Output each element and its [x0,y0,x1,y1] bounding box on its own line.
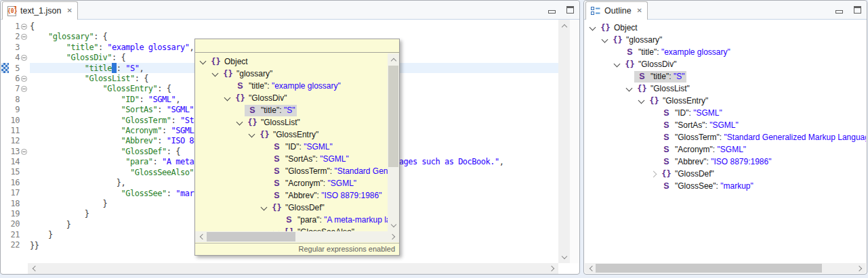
maximize-button[interactable] [566,6,574,14]
line-number: 10 [9,116,20,126]
fold-collapse-icon[interactable] [20,84,30,94]
scroll-down-icon[interactable] [388,221,398,231]
scroll-left-icon[interactable] [28,263,39,273]
maximize-button[interactable] [854,6,861,14]
fold-collapse-icon[interactable] [20,32,30,42]
scrollbar-thumb[interactable] [596,264,822,273]
tree-row[interactable]: S"GlossTerm": "Standard Generalized Mark… [199,165,388,177]
tree-label: "GlossDef" [285,203,325,212]
close-icon[interactable]: ✕ [65,7,72,14]
tree-row[interactable]: S"SortAs": "SGML" [199,153,388,165]
scroll-up-icon[interactable] [388,54,398,64]
tree-row[interactable]: S"title": "S" [588,70,866,83]
scroll-down-icon[interactable] [559,252,569,262]
scrollbar-thumb[interactable] [207,232,295,241]
tree-row[interactable]: S"Acronym": "SGML" [588,143,866,156]
scroll-right-icon[interactable] [388,231,398,241]
chevron-spacer [649,133,659,142]
scroll-left-icon[interactable] [585,263,596,273]
scroll-right-icon[interactable] [547,263,558,273]
line-number: 14 [9,157,20,167]
annotation-ruler[interactable] [1,20,9,263]
chevron-down-icon[interactable] [199,57,208,66]
chevron-down-icon[interactable] [223,93,232,103]
code-line[interactable]: { [30,22,503,32]
popup-vertical-scrollbar[interactable] [388,53,399,231]
tree-row[interactable]: {}"GlossEntry" [199,129,388,141]
fold-collapse-icon[interactable] [20,147,30,157]
tree-row[interactable]: S"ID": "SGML" [588,107,866,119]
tree-label: "Abbrev": "ISO 8879:1986" [285,191,381,200]
tree-label: "para": "A meta-markup language, used to… [297,215,388,225]
tree-row[interactable]: S"title": "S" [199,104,388,116]
tree-row[interactable]: S"GlossTerm": "Standard Generalized Mark… [588,131,866,143]
chevron-down-icon[interactable] [235,118,245,127]
tree-label: "GlossDef" [675,169,714,179]
overview-ruler[interactable] [570,20,579,263]
editor-vertical-scrollbar[interactable] [558,20,570,263]
fold-collapse-icon[interactable] [20,74,30,84]
close-icon[interactable]: ✕ [636,7,642,14]
string-icon: S [271,179,283,188]
string-icon: S [234,81,246,91]
tree-row[interactable]: S"ID": "SGML" [199,141,388,153]
editor-horizontal-scrollbar[interactable] [28,263,558,274]
chevron-right-icon[interactable] [649,169,659,179]
tree-label: "GlossList" [650,84,690,93]
chevron-down-icon[interactable] [625,84,634,93]
tree-row[interactable]: S"title": "example glossary" [199,80,388,92]
line-number: 3 [9,43,20,53]
scrollbar-thumb[interactable] [388,66,398,167]
scroll-up-icon[interactable] [559,20,569,30]
chevron-down-icon[interactable] [247,130,257,139]
tree-row[interactable]: S"title": "example glossary" [588,46,866,58]
tree-row[interactable]: {}"GlossDef" [199,202,388,214]
chevron-down-icon[interactable] [211,69,220,78]
scroll-right-icon[interactable] [855,263,865,273]
tree-row[interactable]: {}Object [588,22,866,34]
tree-row[interactable]: S"Abbrev": "ISO 8879:1986" [199,189,388,202]
line-number: 9 [9,105,20,115]
tree-row[interactable]: {}"glossary" [199,68,388,80]
outline-tab[interactable]: Outline ✕ [585,1,648,20]
chevron-spacer [223,81,232,91]
editor-tab[interactable]: text_1.json ✕ [2,1,78,20]
line-number: 12 [9,136,20,146]
minimize-button[interactable] [548,10,556,14]
string-icon: S [661,157,672,166]
fold-collapse-icon[interactable] [20,53,30,63]
line-number: 20 [9,219,20,229]
chevron-down-icon[interactable] [637,96,646,106]
tree-row[interactable]: {}"GlossList" [199,116,388,129]
minimize-button[interactable] [835,10,843,14]
tree-row[interactable]: {}"GlossDef" [588,168,866,180]
tree-row[interactable]: {}"GlossList" [588,83,866,95]
chevron-spacer [649,157,659,166]
tree-row[interactable]: {}"GlossDiv" [199,92,388,104]
fold-collapse-icon[interactable] [20,22,30,32]
tree-row[interactable]: S"Abbrev": "ISO 8879:1986" [588,156,866,168]
chevron-down-icon[interactable] [600,35,610,45]
chevron-down-icon[interactable] [613,60,622,69]
fold-spacer [20,157,30,167]
chevron-down-icon[interactable] [260,203,269,212]
string-icon: S [283,215,295,225]
chevron-down-icon[interactable] [588,23,598,32]
object-icon: {} [612,35,623,45]
tree-row[interactable]: []"GlossSeeAlso" [199,226,388,231]
scroll-left-icon[interactable] [196,231,206,241]
object-icon: {} [259,130,270,139]
popup-horizontal-scrollbar[interactable] [195,231,399,242]
string-icon: S [636,72,648,81]
quick-outline-filter-input[interactable] [195,39,399,53]
tree-row[interactable]: {}"GlossEntry" [588,95,866,107]
tree-row[interactable]: S"Acronym": "SGML" [199,177,388,189]
tree-row[interactable]: S"SortAs": "SGML" [588,119,866,131]
tree-row[interactable]: {}"GlossDiv" [588,58,866,70]
outline-horizontal-scrollbar[interactable] [585,263,866,273]
tree-row[interactable]: {}Object [199,55,388,68]
tree-row[interactable]: {}"glossary" [588,34,866,46]
object-icon: {} [234,93,246,103]
tree-row[interactable]: S"para": "A meta-markup language, used t… [199,214,388,226]
tree-row[interactable]: S"GlossSee": "markup" [588,180,866,192]
